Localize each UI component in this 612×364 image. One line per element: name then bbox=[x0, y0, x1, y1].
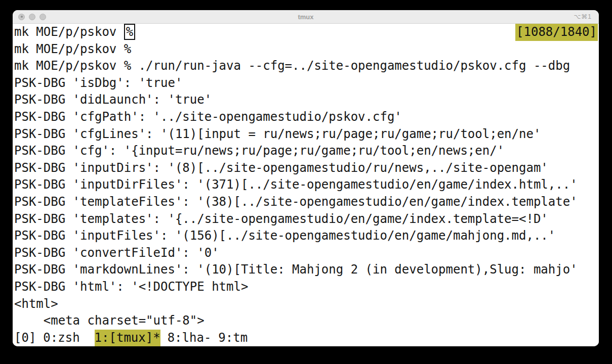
shell-prompt: mk MOE/p/pskov % bbox=[14, 24, 135, 41]
terminal-line: PSK-DBG 'convertFileId': '0' bbox=[14, 245, 599, 262]
copy-mode-position-indicator: [1088/1840] bbox=[515, 24, 598, 41]
maximize-button[interactable] bbox=[39, 14, 46, 20]
terminal-line: PSK-DBG 'cfgLines': '(11)[input = ru/new… bbox=[14, 126, 599, 143]
tmux-window-item[interactable]: 0:zsh bbox=[43, 330, 79, 346]
window-shortcut-hint: ⌥⌘1 bbox=[574, 10, 592, 23]
terminal-line: PSK-DBG 'isDbg': 'true' bbox=[14, 75, 599, 92]
terminal-line: mk MOE/p/pskov % ./run/run-java --cfg=..… bbox=[14, 58, 599, 75]
terminal-line: PSK-DBG 'templateFiles': '(38)[../site-o… bbox=[14, 194, 599, 211]
terminal-cursor: % bbox=[124, 24, 135, 40]
terminal-line: PSK-DBG 'inputDirFiles': '(371)[../site-… bbox=[14, 176, 599, 194]
close-button[interactable] bbox=[18, 14, 25, 20]
terminal-screen[interactable]: mk MOE/p/pskov % [1088/1840] mk MOE/p/ps… bbox=[13, 24, 599, 346]
window-title: tmux bbox=[298, 13, 313, 21]
tmux-window-item-active[interactable]: 1:[tmux]* bbox=[95, 330, 160, 346]
titlebar[interactable]: tmux ⌥⌘1 bbox=[13, 10, 599, 24]
terminal-line: PSK-DBG 'didLaunch': 'true' bbox=[14, 92, 599, 109]
terminal-line: PSK-DBG 'html': '<!DOCTYPE html> bbox=[14, 279, 599, 296]
terminal-line: mk MOE/p/pskov % [1088/1840] bbox=[14, 24, 599, 41]
terminal-window: tmux ⌥⌘1 mk MOE/p/pskov % [1088/1840] mk… bbox=[13, 10, 599, 346]
terminal-line: PSK-DBG 'templates': '{../site-opengames… bbox=[14, 211, 599, 228]
terminal-line: PSK-DBG 'cfg': '{input=ru/news;ru/page;r… bbox=[14, 143, 599, 160]
terminal-line: PSK-DBG 'markdownLines': '(10)[Title: Ma… bbox=[14, 261, 599, 279]
tmux-window-item[interactable]: 9:tm bbox=[218, 330, 248, 346]
terminal-line: PSK-DBG 'inputDirs': '(8)[../site-openga… bbox=[14, 160, 599, 177]
minimize-button[interactable] bbox=[29, 14, 35, 20]
tmux-session-name: [0] bbox=[14, 330, 36, 346]
traffic-lights bbox=[18, 10, 46, 23]
terminal-line: <meta charset="utf-8"> bbox=[14, 312, 599, 330]
terminal-line: mk MOE/p/pskov % bbox=[14, 41, 599, 58]
terminal-line: PSK-DBG 'inputFiles': '(156)[../site-ope… bbox=[14, 228, 599, 245]
terminal-line: PSK-DBG 'cfgPath': '../site-opengamestud… bbox=[14, 109, 599, 126]
terminal-line: <html> bbox=[14, 296, 599, 313]
tmux-status-bar: [0] 0:zsh 1:[tmux]* 8:lha- 9:tm bbox=[14, 330, 599, 346]
tmux-window-item[interactable]: 8:lha- bbox=[168, 330, 212, 346]
